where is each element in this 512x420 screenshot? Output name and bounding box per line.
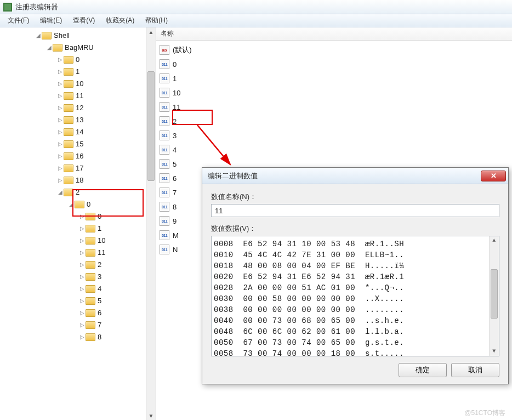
menu-favorites[interactable]: 收藏夹(A)	[100, 15, 140, 26]
hex-editor[interactable]: 0008 E6 52 94 31 10 00 53 48 æR.1..SH 00…	[211, 236, 499, 356]
tree-item[interactable]: ▷11	[2, 90, 156, 102]
tree-item-2-0[interactable]: ◢0	[2, 198, 156, 211]
chevron-down-icon[interactable]: ◢	[57, 186, 64, 198]
binary-value-icon	[160, 116, 169, 126]
scroll-up-icon[interactable]: ▲	[146, 27, 156, 36]
list-label: M	[173, 231, 179, 240]
tree-item[interactable]: ▷7	[2, 319, 156, 331]
tree-item[interactable]: ▷12	[2, 102, 156, 114]
list-item[interactable]: 0	[156, 57, 512, 71]
chevron-down-icon[interactable]: ◢	[68, 198, 75, 211]
tree-item[interactable]: ▷5	[2, 295, 156, 307]
tree-item-2[interactable]: ◢2	[2, 186, 156, 198]
tree-item[interactable]: ▷1	[2, 223, 156, 235]
registry-tree[interactable]: ◢ Shell ◢ BagMRU ▷0 ▷1 ▷10 ▷11 ▷12 ▷13 ▷…	[0, 27, 156, 345]
list-item[interactable]: 2	[156, 114, 512, 128]
chevron-right-icon[interactable]: ▷	[79, 295, 86, 307]
chevron-right-icon[interactable]: ▷	[57, 126, 64, 138]
chevron-right-icon[interactable]: ▷	[57, 162, 64, 174]
tree-item-shell[interactable]: ◢ Shell	[2, 30, 156, 42]
folder-icon	[64, 128, 73, 136]
tree-label: 16	[76, 150, 83, 162]
chevron-right-icon[interactable]: ▷	[79, 283, 86, 295]
chevron-right-icon[interactable]: ▷	[79, 235, 86, 247]
tree-item[interactable]: ▷0	[2, 211, 156, 223]
ok-button[interactable]: 确定	[399, 363, 447, 377]
chevron-right-icon[interactable]: ▷	[57, 66, 64, 78]
tree-item[interactable]: ▷10	[2, 78, 156, 90]
window-title: 注册表编辑器	[15, 2, 58, 12]
list-item-11[interactable]: 11	[156, 100, 512, 114]
scroll-down-icon[interactable]: ▼	[146, 411, 156, 420]
tree-item[interactable]: ▷4	[2, 283, 156, 295]
chevron-right-icon[interactable]: ▷	[57, 174, 64, 186]
chevron-right-icon[interactable]: ▷	[57, 150, 64, 162]
value-name-input[interactable]	[211, 204, 499, 217]
chevron-right-icon[interactable]: ▷	[79, 247, 86, 259]
cancel-button[interactable]: 取消	[451, 363, 499, 377]
tree-item[interactable]: ▷14	[2, 126, 156, 138]
folder-icon	[42, 32, 52, 39]
chevron-right-icon[interactable]: ▷	[57, 54, 64, 66]
chevron-right-icon[interactable]: ▷	[79, 223, 86, 235]
tree-item[interactable]: ▷18	[2, 174, 156, 186]
chevron-right-icon[interactable]: ▷	[57, 138, 64, 150]
tree-label: 8	[98, 331, 101, 343]
chevron-right-icon[interactable]: ▷	[57, 78, 64, 90]
tree-item-bagmru[interactable]: ◢ BagMRU	[2, 42, 156, 54]
scroll-thumb[interactable]	[147, 71, 155, 181]
tree-item[interactable]: ▷15	[2, 138, 156, 150]
menu-view[interactable]: 查看(V)	[67, 15, 100, 26]
tree-item[interactable]: ▷0	[2, 54, 156, 66]
chevron-right-icon[interactable]: ▷	[79, 271, 86, 283]
binary-value-icon	[160, 216, 169, 226]
app-icon	[3, 3, 12, 12]
menu-file[interactable]: 文件(F)	[2, 15, 35, 26]
folder-icon	[86, 213, 95, 220]
chevron-right-icon[interactable]: ▷	[57, 90, 64, 102]
binary-value-icon	[160, 102, 169, 112]
list-label: 11	[173, 103, 180, 111]
tree-item[interactable]: ▷6	[2, 307, 156, 319]
scroll-down-icon[interactable]: ▼	[490, 347, 499, 356]
tree-label: 15	[76, 138, 83, 150]
tree-item[interactable]: ▷17	[2, 162, 156, 174]
list-item-default[interactable]: (默认)	[156, 43, 512, 57]
dialog-body: 数值名称(N)： 数值数据(V)： 0008 E6 52 94 31 10 00…	[202, 184, 508, 384]
chevron-right-icon[interactable]: ▷	[79, 259, 86, 271]
chevron-right-icon[interactable]: ▷	[79, 331, 86, 343]
chevron-right-icon[interactable]: ▷	[79, 307, 86, 319]
tree-item[interactable]: ▷16	[2, 150, 156, 162]
tree-item[interactable]: ▷2	[2, 259, 156, 271]
list-item[interactable]: 3	[156, 128, 512, 143]
tree-item[interactable]: ▷1	[2, 66, 156, 78]
menu-help[interactable]: 帮助(H)	[140, 15, 173, 26]
menu-edit[interactable]: 编辑(E)	[35, 15, 67, 26]
chevron-down-icon[interactable]: ◢	[46, 42, 53, 54]
tree-item[interactable]: ▷8	[2, 331, 156, 343]
dialog-titlebar[interactable]: 编辑二进制数值 ✕	[202, 168, 508, 184]
list-header-name[interactable]: 名称	[156, 27, 512, 41]
chevron-right-icon[interactable]: ▷	[57, 114, 64, 126]
tree-scrollbar[interactable]: ▲ ▼	[146, 27, 156, 420]
chevron-down-icon[interactable]: ◢	[35, 30, 42, 42]
chevron-right-icon[interactable]: ▷	[79, 211, 86, 223]
chevron-right-icon[interactable]: ▷	[79, 319, 86, 331]
chevron-right-icon[interactable]: ▷	[57, 102, 64, 114]
close-button[interactable]: ✕	[481, 171, 506, 181]
hex-scrollbar[interactable]: ▲ ▼	[489, 236, 499, 356]
tree-item[interactable]: ▷11	[2, 247, 156, 259]
scroll-up-icon[interactable]: ▲	[490, 236, 499, 245]
tree-item[interactable]: ▷3	[2, 271, 156, 283]
binary-value-icon	[160, 188, 169, 197]
folder-icon	[64, 177, 73, 184]
tree-label: 12	[76, 102, 83, 114]
list-item[interactable]: 4	[156, 143, 512, 157]
folder-icon	[86, 273, 95, 281]
tree-item[interactable]: ▷13	[2, 114, 156, 126]
scroll-thumb[interactable]	[491, 269, 498, 319]
list-item[interactable]: 10	[156, 86, 512, 100]
tree-item[interactable]: ▷10	[2, 235, 156, 247]
list-item[interactable]: 1	[156, 71, 512, 86]
tree-panel: ◢ Shell ◢ BagMRU ▷0 ▷1 ▷10 ▷11 ▷12 ▷13 ▷…	[0, 27, 156, 420]
